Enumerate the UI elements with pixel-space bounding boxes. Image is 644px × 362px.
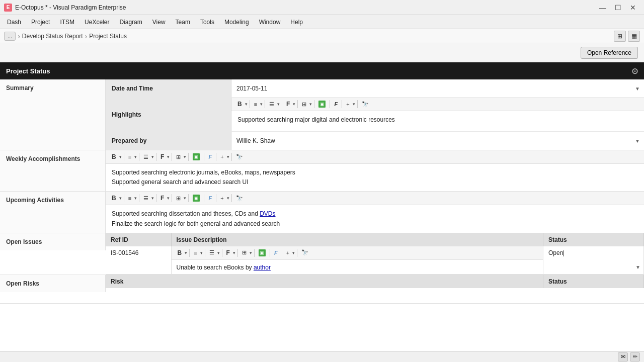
issue-desc-toolbar: B ▾ ≡ ▾ ☰ ▾ F ▾ [172,246,543,260]
upcoming-content-text[interactable]: Supported searching dissertation and the… [106,205,644,232]
weekly-italic-button[interactable]: F [206,153,214,161]
plus-arrow[interactable]: ▾ [353,102,355,107]
list-arrow[interactable]: ▾ [277,102,280,107]
font-arrow[interactable]: ▾ [293,102,295,107]
weekly-line-2: Supported general search and advanced se… [112,177,638,187]
weekly-font-button[interactable]: F [158,152,166,161]
weekly-line-1: Supported searching electronic journals,… [112,168,638,177]
upcoming-list-button[interactable]: ☰ [141,194,150,203]
dvds-link[interactable]: DVDs [260,210,275,217]
issue-status-cell[interactable]: Open ▼ [543,246,644,275]
breadcrumb-project-status[interactable]: Project Status [89,33,127,40]
weekly-binoculars-button[interactable]: 🔭 [234,153,245,161]
issue-plus-button[interactable]: + [284,249,291,257]
weekly-plus-button[interactable]: + [218,153,225,161]
date-time-value[interactable]: 2017-05-11 ▼ [231,79,644,97]
upcoming-italic-button[interactable]: F [206,194,214,202]
weekly-bold-button[interactable]: B [110,152,118,161]
title-bar: E E-Octopus * - Visual Paradigm Enterpri… [0,0,644,15]
list-button[interactable]: ☰ [267,100,276,109]
weekly-accomplishments-row: Weekly Accomplishments B ▾ ≡ ▾ ☰ ▾ F ▾ ⊞… [0,150,644,192]
menu-tools[interactable]: Tools [195,17,219,28]
bold-arrow[interactable]: ▾ [245,102,248,107]
bold-button[interactable]: B [235,100,244,109]
menu-bar: Dash Project ITSM UeXceler Diagram View … [0,15,644,29]
upcoming-img-button[interactable]: ▣ [191,194,202,203]
breadcrumb-more-button[interactable]: ... [4,32,16,41]
app-title: E-Octopus * - Visual Paradigm Enterprise [15,4,126,11]
minimize-button[interactable]: — [596,2,610,13]
close-button[interactable]: ✕ [626,2,640,13]
upcoming-font-button[interactable]: F [158,194,166,203]
breadcrumb-layout-icon[interactable]: ▦ [628,31,640,42]
menu-view[interactable]: View [147,17,171,28]
issue-font-button[interactable]: F [224,248,232,257]
menu-diagram[interactable]: Diagram [114,17,147,28]
align-arrow[interactable]: ▾ [260,102,263,107]
breadcrumb-sep-1: › [18,32,20,40]
date-time-field: Date and Time 2017-05-11 ▼ [106,79,644,98]
issue-binoculars-button[interactable]: 🔭 [299,248,310,257]
highlights-value[interactable]: Supported searching major digital and el… [231,111,644,131]
breadcrumb-grid-icon[interactable]: ⊞ [614,31,626,42]
weekly-align-button[interactable]: ≡ [126,153,133,161]
menu-uexceler[interactable]: UeXceler [79,17,114,28]
main-content: Summary Date and Time 2017-05-11 ▼ Highl… [0,79,644,351]
section-header: Project Status ⊙ [0,62,644,79]
menu-team[interactable]: Team [171,17,195,28]
issue-row-1: IS-001546 B ▾ ≡ ▾ ☰ ▾ [106,246,644,275]
date-time-dropdown-icon[interactable]: ▼ [635,85,640,91]
sep8 [357,100,358,108]
upcoming-align-button[interactable]: ≡ [126,194,133,202]
binoculars-button[interactable]: 🔭 [360,100,371,109]
font-button[interactable]: F [284,100,292,109]
issue-img-button[interactable]: ▣ [257,248,268,257]
window-controls[interactable]: — ☐ ✕ [596,2,640,13]
breadcrumb-sep-2: › [85,32,88,40]
menu-help[interactable]: Help [285,17,308,28]
col-risk: Risk [106,275,543,288]
table-arrow[interactable]: ▾ [309,102,312,107]
prepared-by-dropdown-icon[interactable]: ▼ [635,138,640,144]
menu-dash[interactable]: Dash [2,17,26,28]
open-reference-button[interactable]: Open Reference [581,47,638,59]
weekly-label: Weekly Accomplishments [0,150,106,191]
sep1 [250,100,250,108]
issues-table: Ref ID Issue Description Status IS-00154… [106,233,644,275]
weekly-list-button[interactable]: ☰ [141,153,150,161]
upcoming-table-button[interactable]: ⊞ [174,194,183,203]
open-risks-content: Risk Status [106,275,644,303]
issue-table-button[interactable]: ⊞ [240,248,249,257]
font-italic-button[interactable]: F [332,100,340,108]
author-link[interactable]: author [254,264,271,271]
menu-modeling[interactable]: Modeling [219,17,254,28]
section-settings-icon[interactable]: ⊙ [631,66,638,76]
sep5 [314,100,314,108]
issue-italic-button[interactable]: F [272,249,280,257]
maximize-button[interactable]: ☐ [611,2,625,13]
menu-window[interactable]: Window [254,17,286,28]
upcoming-binoculars-button[interactable]: 🔭 [234,194,245,203]
menu-project[interactable]: Project [26,17,55,28]
section-title: Project Status [6,67,50,75]
issue-list-button[interactable]: ☰ [207,248,216,257]
weekly-img-button[interactable]: ▣ [191,152,202,161]
upcoming-toolbar: B ▾ ≡ ▾ ☰ ▾ F ▾ ⊞ ▾ ▣ F + ▾ [106,192,644,205]
issue-align-button[interactable]: ≡ [192,249,199,257]
upcoming-plus-button[interactable]: + [218,194,225,202]
edit-icon[interactable]: ✏ [630,352,640,361]
issue-bold-button[interactable]: B [176,248,184,257]
table-button[interactable]: ⊞ [300,100,308,109]
open-issues-label: Open Issues [0,233,106,250]
upcoming-bold-button[interactable]: B [110,194,118,203]
menu-itsm[interactable]: ITSM [55,17,79,28]
align-button[interactable]: ≡ [252,100,259,108]
prepared-by-value[interactable]: Willie K. Shaw ▼ [231,132,644,150]
weekly-content-text[interactable]: Supported searching electronic journals,… [106,164,644,191]
weekly-table-button[interactable]: ⊞ [174,153,183,161]
image-green-button[interactable]: ▣ [316,100,328,109]
plus-button[interactable]: + [344,100,351,108]
breadcrumb-develop[interactable]: Develop Status Report [22,33,83,40]
email-icon[interactable]: ✉ [618,352,628,361]
status-dropdown-icon[interactable]: ▼ [635,264,640,270]
